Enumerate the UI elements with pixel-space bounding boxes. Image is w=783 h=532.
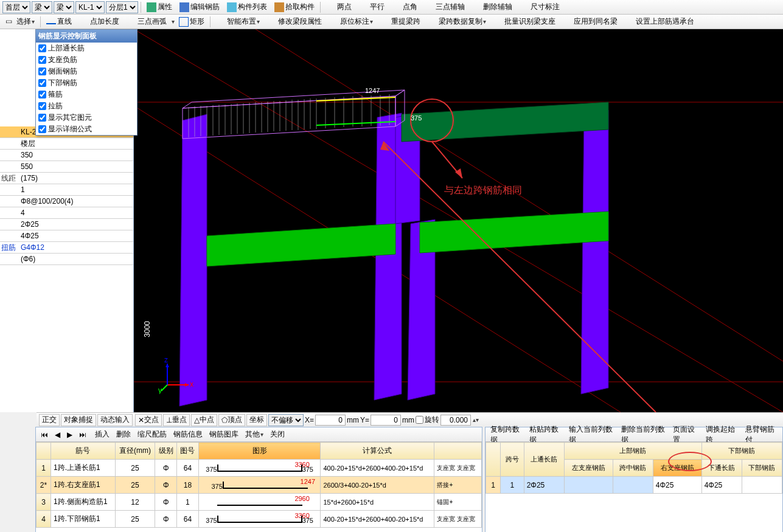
chk-top-long[interactable]: 上部通长筋 [36, 43, 137, 54]
input-rotate[interactable] [440, 415, 471, 426]
btn-three-point-aux[interactable]: 三点辅轴 [422, 1, 468, 13]
chk-rotate[interactable] [416, 416, 423, 424]
combo-offset[interactable]: 不偏移 [268, 414, 304, 426]
btn-snap-cross[interactable]: ✕ 交点 [135, 414, 162, 426]
table-row: 4 1跨.下部钢筋1 25 Φ 64 3753360375 400-20+15*… [37, 511, 482, 528]
table-row: 3 1跨.侧面构造筋1 12 Φ 1 2960 15*d+2600+15*d 锚… [37, 494, 482, 511]
btn-scale-rebar[interactable]: 缩尺配筋 [135, 429, 169, 441]
nav-first[interactable]: ⏮ [38, 429, 50, 441]
btn-copy-span[interactable]: 复制跨数据 [488, 429, 525, 441]
combo-layer[interactable]: 分层1 [106, 1, 138, 13]
btn-property[interactable]: 属性 [144, 1, 175, 13]
property-panel: 钢筋显示控制面板 上部通长筋 支座负筋 侧面钢筋 下部钢筋 箍筋 拉筋 显示其它… [0, 29, 134, 412]
rebar-display-panel[interactable]: 钢筋显示控制面板 上部通长筋 支座负筋 侧面钢筋 下部钢筋 箍筋 拉筋 显示其它… [35, 29, 137, 136]
svg-marker-54 [185, 383, 189, 387]
btn-delete-column[interactable]: 删除当前列数据 [619, 429, 669, 441]
btn-ortho[interactable]: 正交 [39, 414, 60, 426]
chk-stirrup[interactable]: 箍筋 [36, 89, 137, 100]
nav-prev[interactable]: ◀ [52, 429, 63, 441]
chk-other-elem[interactable]: 显示其它图元 [36, 112, 137, 123]
btn-rebar-lib[interactable]: 钢筋图库 [207, 429, 241, 441]
span-data-table[interactable]: 跨号 上通长筋 上部钢筋 下部钢筋 左支座钢筋 跨中钢筋 右支座钢筋 下通长筋 … [485, 442, 782, 494]
table-row: 2* 1跨.右支座筋1 25 Φ 18 3751247 2600/3+400-2… [37, 477, 482, 494]
chk-side-rebar[interactable]: 侧面钢筋 [36, 66, 137, 77]
btn-select[interactable]: ▭选择▾ [2, 16, 38, 28]
span-data-panel: 复制跨数据 粘贴跨数据 输入当前列数据 删除当前列数据 页面设置 调换起始跨 悬… [485, 427, 783, 532]
chk-detail-formula[interactable]: 显示详细公式 [36, 123, 137, 135]
nav-last[interactable]: ⏭ [77, 429, 89, 441]
svg-marker-10 [207, 224, 395, 266]
btn-dimension[interactable]: 尺寸标注 [517, 1, 563, 13]
svg-marker-12 [402, 102, 608, 142]
btn-smart-layout[interactable]: 智能布置▾ [213, 16, 263, 28]
btn-swap-start-span[interactable]: 调换起始跨 [703, 429, 740, 441]
btn-reload-span[interactable]: 重提梁跨 [377, 16, 423, 28]
table-row: 1 1跨.上通长筋1 25 Φ 64 3753360375 400-20+15*… [37, 460, 482, 477]
btn-arc-3pt[interactable]: 三点画弧 [124, 16, 170, 28]
btn-page-setup[interactable]: 页面设置 [670, 429, 701, 441]
toolbar-draw: ▭选择▾ 直线 点加长度 三点画弧 ▾ 矩形 智能布置▾ 修改梁段属性 原位标注… [0, 15, 783, 29]
svg-text:x: x [190, 380, 193, 389]
svg-text:z: z [164, 358, 168, 364]
btn-snap-vertex[interactable]: ⬠ 顶点 [218, 414, 245, 426]
btn-parallel[interactable]: 平行 [356, 1, 388, 13]
btn-point-angle[interactable]: 点角 [389, 1, 420, 13]
svg-marker-11 [420, 212, 608, 253]
btn-insert[interactable]: 插入 [92, 429, 112, 441]
dim-right: 375 [411, 114, 422, 122]
btn-point-length[interactable]: 点加长度 [76, 16, 122, 28]
btn-close[interactable]: 关闭 [268, 429, 287, 441]
svg-text:y: y [158, 386, 162, 394]
btn-osnap[interactable]: 对象捕捉 [61, 414, 96, 426]
property-list: KL-2 楼层 350 550 线距(175) 1 Φ8@100/200(4) … [0, 126, 133, 265]
btn-pick-member[interactable]: 拾取构件 [271, 1, 318, 13]
btn-edit-rebar[interactable]: 编辑钢筋 [176, 1, 223, 13]
combo-floor[interactable]: 首层 [2, 1, 30, 13]
btn-input-column[interactable]: 输入当前列数据 [566, 429, 617, 441]
panel-title: 钢筋显示控制面板 [36, 30, 137, 43]
btn-rect[interactable]: 矩形 [176, 16, 207, 28]
btn-cantilever-rebar[interactable]: 悬臂钢筋付 [743, 429, 780, 441]
btn-member-list[interactable]: 构件列表 [224, 1, 270, 13]
btn-delete-aux[interactable]: 删除辅轴 [469, 1, 515, 13]
nav-next[interactable]: ▶ [64, 429, 75, 441]
btn-apply-same[interactable]: 应用到同名梁 [560, 16, 621, 28]
btn-delete[interactable]: 删除 [114, 429, 133, 441]
btn-span-data-copy[interactable]: 梁跨数据复制▾ [425, 16, 489, 28]
btn-paste-span[interactable]: 粘贴跨数据 [527, 429, 564, 441]
chk-support-neg[interactable]: 支座负筋 [36, 54, 137, 66]
input-y[interactable] [371, 415, 401, 426]
table-row: 1 1 2Φ25 4Φ25 4Φ25 [486, 477, 782, 494]
chk-bottom-rebar[interactable]: 下部钢筋 [36, 77, 137, 89]
snap-toolbar: 正交 对象捕捉 动态输入 ✕ 交点 ⊥ 垂点 △ 中点 ⬠ 顶点 坐标 不偏移 … [37, 412, 783, 427]
btn-batch-identify[interactable]: 批量识别梁支座 [490, 16, 559, 28]
3d-viewport[interactable]: 1247 375 3000 与左边跨钢筋相同 x z y [134, 29, 783, 412]
toolbar-dropdowns: 首层 梁 梁 KL-1 分层1 属性 编辑钢筋 构件列表 拾取构件 两点 平行 … [0, 0, 783, 15]
btn-snap-perp[interactable]: ⊥ 垂点 [163, 414, 190, 426]
chk-tie[interactable]: 拉筋 [36, 100, 137, 112]
btn-dyninput[interactable]: 动态输入 [97, 414, 133, 426]
btn-snap-mid[interactable]: △ 中点 [191, 414, 217, 426]
input-x[interactable] [315, 415, 346, 426]
btn-other[interactable]: 其他▾ [243, 429, 266, 441]
dim-top: 1247 [365, 87, 380, 94]
btn-top-rebar-cap[interactable]: 设置上部筋遇承台 [622, 16, 697, 28]
btn-edit-span-attr[interactable]: 修改梁段属性 [264, 16, 325, 28]
btn-inplace-label[interactable]: 原位标注▾ [326, 16, 376, 28]
svg-line-46 [316, 97, 395, 101]
combo-member[interactable]: KL-1 [75, 1, 105, 13]
svg-line-57 [161, 385, 167, 391]
btn-snap-coord[interactable]: 坐标 [246, 414, 267, 426]
rebar-detail-table[interactable]: 筋号 直径(mm) 级别 图号 图形 计算公式 1 1跨.上通长筋1 25 Φ … [36, 442, 482, 528]
btn-two-point[interactable]: 两点 [323, 1, 355, 13]
rebar-detail-panel: ⏮ ◀ ▶ ⏭ 插入 删除 缩尺配筋 钢筋信息 钢筋图库 其他▾ 关闭 筋号 直… [35, 427, 482, 532]
btn-line[interactable]: 直线 [43, 16, 75, 28]
btn-rebar-info[interactable]: 钢筋信息 [171, 429, 205, 441]
combo-cat1[interactable]: 梁 [32, 1, 52, 13]
combo-cat2[interactable]: 梁 [54, 1, 74, 13]
